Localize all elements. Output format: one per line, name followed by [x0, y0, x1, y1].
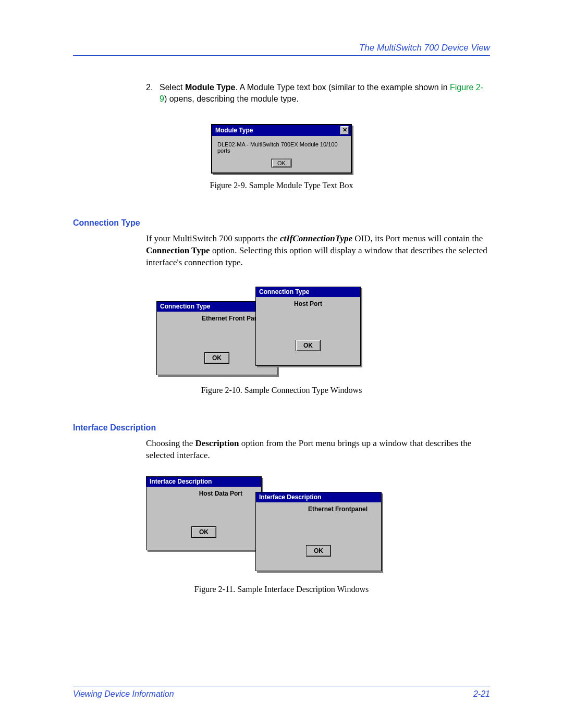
- ok-button[interactable]: OK: [204, 352, 229, 364]
- conn1-title: Connection Type: [160, 303, 210, 310]
- ok-button[interactable]: OK: [272, 159, 291, 167]
- conn2-label: Host Port: [260, 300, 356, 307]
- interface-desc-window-2: Interface Description Ethernet Frontpane…: [255, 492, 382, 571]
- module-type-title: Module Type: [215, 127, 253, 134]
- id-bold-option: Description: [195, 438, 239, 448]
- module-type-titlebar: Module Type ✕: [212, 125, 351, 136]
- heading-connection-type: Connection Type: [73, 218, 490, 228]
- close-icon[interactable]: ✕: [340, 126, 349, 134]
- step-text: Select Module Type. A Module Type text b…: [160, 82, 490, 104]
- figure-2-9: Module Type ✕ DLE02-MA - MultiSwitch 700…: [211, 124, 352, 174]
- if2-label: Ethernet Frontpanel: [260, 505, 377, 513]
- if1-label: Host Data Port: [151, 490, 257, 497]
- if2-title: Interface Description: [259, 493, 321, 501]
- ct-oid: ctIfConnectionType: [280, 233, 352, 243]
- heading-interface-description: Interface Description: [73, 423, 490, 433]
- figure-2-11: Interface Description Host Data Port OK …: [146, 476, 490, 570]
- if1-title: Interface Description: [150, 478, 212, 485]
- ct-p1a: If your MultiSwitch 700 supports the: [146, 233, 280, 243]
- connection-type-window-2: Connection Type Host Port OK: [255, 287, 361, 366]
- if2-body: Ethernet Frontpanel OK: [256, 502, 381, 562]
- interface-desc-window-1: Interface Description Host Data Port OK: [146, 476, 262, 550]
- step-text-pre: Select: [160, 83, 185, 92]
- ok-button[interactable]: OK: [296, 340, 321, 351]
- figure-2-10: Connection Type Ethernet Front Panel OK …: [156, 287, 490, 378]
- module-type-body: DLE02-MA - MultiSwitch 700EX Module 10/1…: [212, 136, 351, 172]
- step-number: 2.: [146, 82, 160, 104]
- if1-titlebar: Interface Description: [146, 477, 261, 487]
- page-footer: Viewing Device Information 2-21: [73, 686, 490, 699]
- caption-2-9: Figure 2-9. Sample Module Type Text Box: [73, 181, 490, 190]
- footer-page-number: 2-21: [473, 689, 490, 699]
- page-header: The MultiSwitch 700 Device View: [73, 43, 490, 56]
- para-interface-description: Choosing the Description option from the…: [146, 438, 490, 462]
- conn2-titlebar: Connection Type: [256, 287, 360, 297]
- ct-p1c: OID, its Port menus will contain the: [352, 233, 483, 243]
- ok-button[interactable]: OK: [191, 526, 216, 538]
- ok-button[interactable]: OK: [306, 545, 331, 557]
- conn2-body: Host Port OK: [256, 297, 360, 356]
- footer-left: Viewing Device Information: [73, 689, 174, 699]
- module-type-desc: DLE02-MA - MultiSwitch 700EX Module 10/1…: [216, 140, 347, 159]
- para-connection-type: If your MultiSwitch 700 supports the ctI…: [146, 233, 490, 269]
- caption-2-11: Figure 2-11. Sample Interface Descriptio…: [73, 585, 490, 594]
- conn2-title: Connection Type: [259, 288, 309, 295]
- step-text-post2: ) opens, describing the module type.: [164, 94, 299, 103]
- step-text-bold: Module Type: [185, 83, 236, 92]
- id-p1a: Choosing the: [146, 438, 195, 448]
- if2-titlebar: Interface Description: [256, 492, 381, 502]
- ct-bold-option: Connection Type: [146, 245, 210, 255]
- caption-2-10: Figure 2-10. Sample Connection Type Wind…: [73, 386, 490, 395]
- step-text-post1: . A Module Type text box (similar to the…: [236, 83, 450, 92]
- module-type-window: Module Type ✕ DLE02-MA - MultiSwitch 700…: [211, 124, 352, 174]
- if1-body: Host Data Port OK: [146, 487, 261, 543]
- step-2: 2. Select Module Type. A Module Type tex…: [146, 82, 490, 104]
- header-title: The MultiSwitch 700 Device View: [359, 43, 490, 53]
